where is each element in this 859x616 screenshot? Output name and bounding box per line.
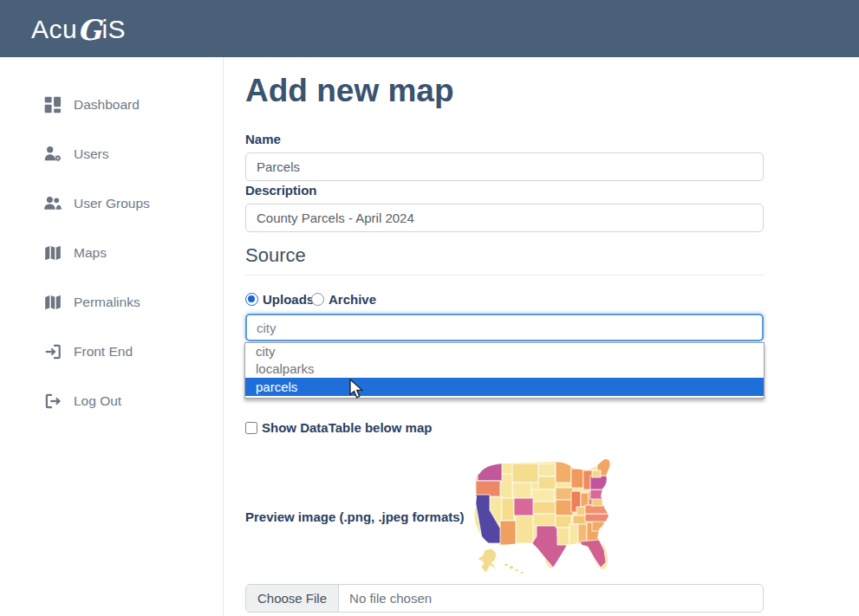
preview-image-label: Preview image (.png, .jpeg formats) — [245, 509, 465, 524]
sidebar-item-label: Dashboard — [74, 97, 140, 113]
sidebar-item-log-out[interactable]: Log Out — [0, 376, 223, 425]
mouse-cursor-icon — [349, 379, 366, 399]
section-divider — [245, 275, 764, 276]
uploads-radio[interactable] — [245, 293, 258, 306]
name-input[interactable] — [245, 152, 764, 181]
table-select-input[interactable] — [245, 314, 764, 341]
file-status-text: No file chosen — [339, 585, 442, 612]
dashboard-icon — [43, 95, 62, 114]
sidebar-item-maps[interactable]: Maps — [0, 228, 223, 277]
table-select-dropdown: city localparks parcels — [244, 342, 765, 399]
dropdown-option-city[interactable]: city — [245, 343, 764, 360]
description-label: Description — [245, 183, 317, 198]
enter-icon — [43, 342, 62, 361]
sidebar-item-front-end[interactable]: Front End — [0, 327, 223, 376]
archive-radio[interactable] — [311, 293, 324, 306]
us-choropleth-preview-image — [465, 453, 618, 579]
sidebar-item-label: Log Out — [74, 393, 121, 409]
users-icon — [43, 194, 62, 213]
sidebar-item-label: User Groups — [74, 196, 150, 211]
app-header: AcuGiS — [0, 0, 859, 57]
sidebar-item-users[interactable]: Users — [0, 129, 223, 178]
logout-icon — [43, 392, 62, 411]
logo-text: iS — [101, 15, 126, 43]
map-icon — [43, 243, 62, 263]
page-title: Add new map — [245, 73, 454, 109]
sidebar-item-permalinks[interactable]: Permalinks — [0, 277, 223, 327]
main-content: Add new map Name Description Source Uplo… — [224, 57, 859, 616]
sidebar-item-label: Front End — [74, 344, 133, 360]
source-section-heading: Source — [245, 244, 306, 267]
archive-radio-label: Archive — [329, 292, 376, 307]
name-label: Name — [245, 132, 281, 146]
dropdown-option-localparks[interactable]: localparks — [245, 360, 764, 378]
sidebar-item-label: Maps — [74, 245, 107, 261]
logo-text: Acu — [31, 15, 77, 43]
map-icon — [43, 293, 62, 312]
uploads-radio-label: Uploads — [263, 292, 314, 307]
brand-logo[interactable]: AcuGiS — [31, 12, 126, 45]
preview-file-input[interactable]: Choose File No file chosen — [245, 584, 764, 613]
logo-g: G — [77, 14, 101, 47]
sidebar-nav: Dashboard Users — [0, 57, 224, 616]
sidebar-item-user-groups[interactable]: User Groups — [0, 178, 223, 228]
description-input[interactable] — [245, 204, 764, 232]
show-datatable-label: Show DataTable below map — [262, 420, 432, 435]
dropdown-option-parcels[interactable]: parcels — [245, 378, 764, 396]
sidebar-item-dashboard[interactable]: Dashboard — [0, 80, 223, 129]
source-radio-group: Uploads Archive — [245, 292, 764, 308]
show-datatable-checkbox[interactable] — [245, 422, 257, 434]
sidebar-item-label: Permalinks — [74, 295, 140, 310]
user-gear-icon — [43, 145, 62, 164]
choose-file-button[interactable]: Choose File — [246, 585, 339, 612]
sidebar-item-label: Users — [74, 146, 108, 162]
